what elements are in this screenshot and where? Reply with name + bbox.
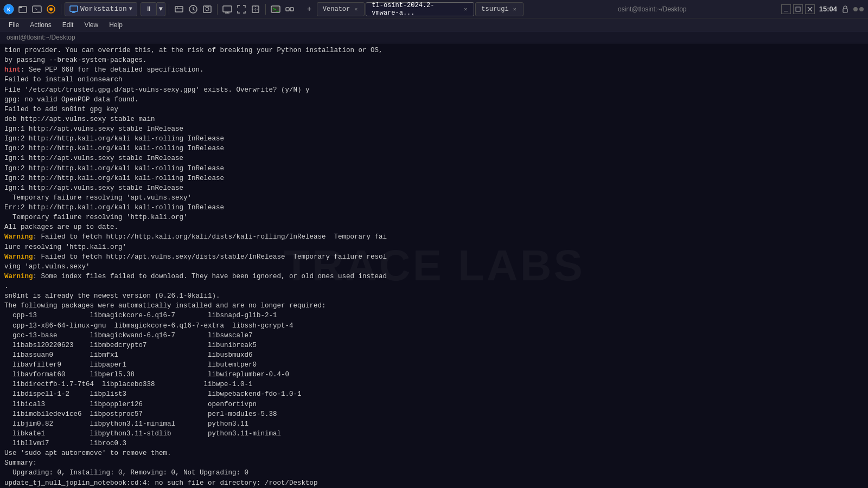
address-text: osint@tlosint:~/Desktop	[618, 5, 687, 13]
tab-tlosint[interactable]: tl-osint-2024.2-vmware-a... ✕	[366, 2, 474, 16]
svg-rect-24	[286, 8, 289, 11]
separator-3	[217, 4, 218, 15]
terminal-line: Err:2 http://http.kali.org/kali kali-rol…	[4, 203, 864, 213]
terminal-line: libabsl20220623 libmbedcrypto7 libunibre…	[4, 341, 864, 350]
tab-tsurugi[interactable]: tsurugi ✕	[475, 2, 523, 16]
svg-rect-27	[784, 11, 788, 11]
pause-group: ⏸ ▼	[141, 2, 165, 16]
tab-tsurugi-label: tsurugi	[481, 5, 508, 13]
terminal-line: Warning: Failed to fetch http://apt.vuln…	[4, 252, 864, 262]
svg-rect-31	[843, 9, 847, 12]
terminal-line: Ign:2 http://http.kali.org/kali kali-rol…	[4, 164, 864, 174]
address-center: osint@tlosint:~/Desktop	[524, 5, 781, 13]
terminal-line: libllvm17 libroc0.3	[4, 439, 864, 448]
terminal[interactable]: TRACE LABS tion provider. You can overri…	[0, 43, 868, 488]
terminal-line: libassuan0 libmfx1 libusbmuxd6	[4, 350, 864, 360]
snapshot-icon[interactable]	[201, 3, 214, 16]
menubar: File Actions Edit View Help	[0, 18, 868, 31]
workstation-icon	[69, 5, 78, 14]
terminal-line: libdispell-1-2 libplist3 libwpebackend-f…	[4, 389, 864, 399]
close-button[interactable]	[805, 4, 815, 14]
tab-venator[interactable]: Venator ✕	[317, 2, 365, 16]
svg-rect-11	[175, 7, 183, 12]
svg-rect-8	[70, 6, 78, 11]
terminal-line: hint: See PEP 668 for the detailed speci…	[4, 65, 864, 75]
dot-2	[859, 7, 864, 11]
restore-button[interactable]	[793, 4, 803, 14]
tab-tlosint-close[interactable]: ✕	[463, 6, 468, 12]
terminal-line: by passing --break-system-packages.	[4, 55, 864, 65]
console-icon[interactable]: >_	[269, 3, 282, 16]
tab-tsurugi-close[interactable]: ✕	[512, 6, 518, 12]
menu-view[interactable]: View	[80, 20, 103, 30]
terminal-line: File '/etc/apt/trusted.gpg.d/apt-vulns-s…	[4, 85, 864, 95]
separator-1	[61, 4, 61, 15]
terminal-line: libavfilter9 libpaper1 libutemtper0	[4, 360, 864, 370]
terminal-line: Ign:2 http://http.kali.org/kali kali-rol…	[4, 134, 864, 144]
menu-edit[interactable]: Edit	[58, 20, 78, 30]
tab-new[interactable]: +	[303, 3, 316, 16]
files-icon[interactable]	[16, 3, 29, 16]
terminal-line: cpp-13-x86-64-linux-gnu libmagickcore-6.…	[4, 321, 864, 331]
pause-arrow[interactable]: ▼	[157, 2, 165, 16]
svg-text:>_: >_	[35, 7, 40, 12]
display-icon[interactable]	[221, 3, 234, 16]
terminal-line: Ign:1 http://apt.vulns.sexy stable InRel…	[4, 124, 864, 134]
terminal-line: Ign:2 http://http.kali.org/kali kali-rol…	[4, 174, 864, 183]
workstation-arrow: ▼	[129, 6, 132, 12]
terminal-line: Ign:1 http://apt.vulns.sexy stable InRel…	[4, 183, 864, 193]
addressbar: osint@tlosint:~/Desktop	[0, 31, 868, 43]
tab-tlosint-label: tl-osint-2024.2-vmware-a...	[372, 2, 459, 17]
kali-icon[interactable]: K	[2, 3, 15, 16]
fullscreen-icon[interactable]	[235, 3, 248, 16]
terminal-line: cpp-13 libmagickcore-6.q16-7 libsnapd-gl…	[4, 311, 864, 320]
dot-1	[853, 7, 858, 11]
history-icon[interactable]	[187, 3, 200, 16]
terminal-line: update_tj_null_joplin_notebook:cd:4: no …	[4, 478, 864, 488]
terminal-line: lure resolving 'http.kali.org'	[4, 242, 864, 252]
terminal-line: libical3 libpoppler126 openfortivpn	[4, 400, 864, 409]
browser-icon[interactable]	[44, 3, 58, 16]
terminal-line: libimobiledevice6 libpostproc57 perl-mod…	[4, 409, 864, 419]
svg-rect-25	[290, 8, 293, 11]
address-display: osint@tlosint:~/Desktop	[7, 34, 75, 41]
terminal-line: gpg: no valid OpenPGP data found.	[4, 95, 864, 105]
svg-point-7	[49, 8, 53, 11]
terminal-line: libkate1 libpython3.11-stdlib python3.11…	[4, 429, 864, 439]
separator-4	[265, 4, 266, 15]
terminal-line: libdirectfb-1.7-7t64 libplacebo338 libwp…	[4, 380, 864, 389]
menu-file[interactable]: File	[4, 20, 23, 30]
send-icon[interactable]	[173, 3, 186, 16]
tab-venator-close[interactable]: ✕	[353, 6, 359, 12]
terminal-content: tion provider. You can override this, at…	[4, 46, 864, 488]
terminal-line: Summary:	[4, 458, 864, 468]
terminal-line: All packages are up to date.	[4, 222, 864, 232]
terminal-line: libavformat60 libperl5.38 libwireplumber…	[4, 370, 864, 380]
menu-actions[interactable]: Actions	[25, 20, 55, 30]
pause-button[interactable]: ⏸	[141, 2, 157, 16]
terminal-line: Temporary failure resolving 'http.kali.o…	[4, 213, 864, 222]
terminal-line: Ign:1 http://apt.vulns.sexy stable InRel…	[4, 153, 864, 163]
stretch-icon[interactable]	[249, 3, 262, 16]
terminal-icon[interactable]: >_	[30, 3, 43, 16]
svg-text:>_: >_	[273, 7, 279, 12]
terminal-line: Warning: Some index files failed to down…	[4, 272, 864, 281]
terminal-line: The following packages were automaticall…	[4, 301, 864, 311]
svg-rect-28	[796, 7, 800, 11]
terminal-line: libjim0.82 libpython3.11-minimal python3…	[4, 419, 864, 429]
terminal-line: .	[4, 281, 864, 291]
lock-icon	[841, 5, 849, 13]
workstation-label: Workstation	[80, 5, 127, 13]
svg-rect-16	[223, 6, 232, 12]
separator-2	[169, 4, 169, 15]
terminal-line: Failed to install onionsearch	[4, 75, 864, 85]
workstation-button[interactable]: Workstation ▼	[65, 2, 137, 16]
minimize-button[interactable]	[781, 4, 791, 14]
terminal-line: Use 'sudo apt autoremove' to remove them…	[4, 448, 864, 458]
terminal-line: Failed to add sn0int gpg key	[4, 105, 864, 114]
menu-help[interactable]: Help	[105, 20, 127, 30]
terminal-line: Ign:2 http://http.kali.org/kali kali-rol…	[4, 144, 864, 153]
link-icon[interactable]	[283, 3, 296, 16]
terminal-line: tion provider. You can override this, at…	[4, 46, 864, 55]
svg-text:K: K	[7, 7, 10, 13]
